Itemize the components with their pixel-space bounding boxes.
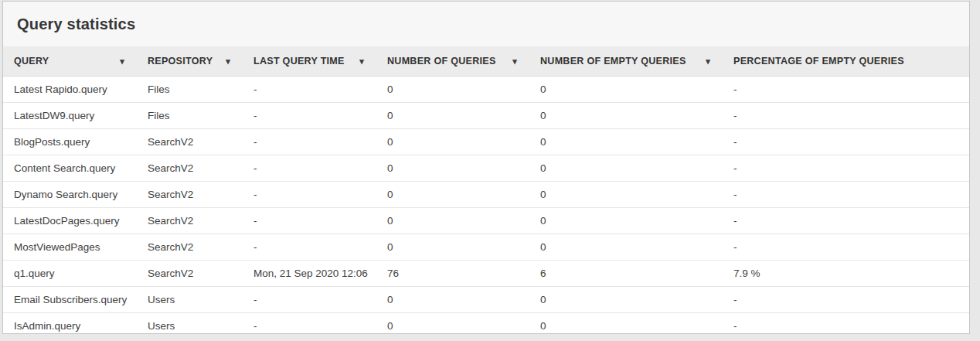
table-row: Email Subscribers.queryUsers-00-: [3, 286, 969, 312]
table-row: q1.querySearchV2Mon, 21 Sep 2020 12:0676…: [3, 260, 969, 286]
cell-query: BlogPosts.query: [3, 128, 148, 155]
cell-percentage-of-empty-queries: -: [733, 286, 909, 312]
row-spacer: [909, 207, 969, 234]
page-title: Query statistics: [17, 15, 135, 33]
cell-number-of-empty-queries: 0: [540, 128, 733, 155]
column-header-label: QUERY: [14, 56, 49, 66]
cell-number-of-queries: 0: [387, 207, 540, 234]
row-spacer: [909, 234, 969, 260]
cell-number-of-queries: 0: [387, 312, 540, 334]
table-header-row: QUERY ▾ REPOSITORY ▾ LAST QUERY TIME ▾: [3, 46, 969, 76]
column-header-number-of-empty-queries[interactable]: NUMBER OF EMPTY QUERIES ▾: [540, 46, 733, 76]
row-spacer: [909, 76, 969, 102]
cell-repository: SearchV2: [148, 155, 254, 181]
cell-last-query-time: -: [254, 155, 387, 181]
cell-number-of-empty-queries: 0: [540, 181, 733, 207]
cell-repository: SearchV2: [148, 181, 254, 207]
row-spacer: [909, 181, 969, 207]
cell-percentage-of-empty-queries: 7.9 %: [733, 260, 909, 286]
cell-repository: SearchV2: [148, 207, 254, 234]
column-header-label: PERCENTAGE OF EMPTY QUERIES: [733, 56, 904, 66]
column-header-repository[interactable]: REPOSITORY ▾: [148, 46, 254, 76]
cell-repository: SearchV2: [148, 128, 254, 155]
table-row: Latest Rapido.queryFiles-00-: [3, 76, 969, 102]
cell-percentage-of-empty-queries: -: [733, 128, 909, 155]
cell-repository: SearchV2: [148, 234, 254, 260]
cell-last-query-time: -: [254, 181, 387, 207]
cell-last-query-time: -: [254, 312, 387, 334]
column-header-label: NUMBER OF EMPTY QUERIES: [540, 56, 686, 66]
column-header-number-of-queries[interactable]: NUMBER OF QUERIES ▾: [387, 46, 540, 76]
cell-number-of-queries: 0: [387, 234, 540, 260]
column-header-label: REPOSITORY: [148, 56, 213, 66]
cell-number-of-queries: 0: [387, 102, 540, 128]
cell-last-query-time: -: [254, 102, 387, 128]
cell-number-of-empty-queries: 0: [540, 207, 733, 234]
cell-percentage-of-empty-queries: -: [733, 102, 909, 128]
table-row: MostViewedPagesSearchV2-00-: [3, 234, 969, 260]
cell-number-of-queries: 0: [387, 181, 540, 207]
column-header-percentage-of-empty-queries[interactable]: PERCENTAGE OF EMPTY QUERIES ▾: [733, 46, 909, 76]
cell-last-query-time: -: [254, 286, 387, 312]
cell-number-of-queries: 0: [387, 128, 540, 155]
table-row: Content Search.querySearchV2-00-: [3, 155, 969, 181]
cell-number-of-empty-queries: 0: [540, 76, 733, 102]
cell-query: MostViewedPages: [3, 234, 148, 260]
cell-repository: Files: [148, 76, 254, 102]
row-spacer: [909, 312, 969, 334]
row-spacer: [909, 260, 969, 286]
sort-dropdown-icon[interactable]: ▾: [512, 57, 517, 66]
cell-query: q1.query: [3, 260, 148, 286]
cell-last-query-time: -: [254, 207, 387, 234]
row-spacer: [909, 128, 969, 155]
header-spacer: [909, 46, 969, 76]
cell-number-of-empty-queries: 0: [540, 286, 733, 312]
cell-percentage-of-empty-queries: -: [733, 76, 909, 102]
sort-dropdown-icon[interactable]: ▾: [706, 57, 710, 66]
column-header-label: LAST QUERY TIME: [254, 56, 345, 66]
row-spacer: [909, 155, 969, 181]
cell-repository: Files: [148, 102, 254, 128]
sort-dropdown-icon[interactable]: ▾: [226, 57, 230, 66]
column-header-query[interactable]: QUERY ▾: [3, 46, 148, 76]
cell-number-of-queries: 0: [387, 76, 540, 102]
cell-query: Dynamo Search.query: [3, 181, 148, 207]
cell-repository: SearchV2: [148, 260, 254, 286]
cell-percentage-of-empty-queries: -: [733, 234, 909, 260]
cell-number-of-queries: 0: [387, 155, 540, 181]
cell-number-of-queries: 76: [387, 260, 540, 286]
cell-number-of-empty-queries: 0: [540, 102, 733, 128]
cell-repository: Users: [148, 312, 254, 334]
query-statistics-panel: Query statistics QUERY ▾ REPOSITORY ▾: [2, 1, 970, 334]
query-statistics-table: QUERY ▾ REPOSITORY ▾ LAST QUERY TIME ▾: [3, 46, 969, 334]
cell-query: LatestDocPages.query: [3, 207, 148, 234]
cell-number-of-empty-queries: 0: [540, 312, 733, 334]
row-spacer: [909, 286, 969, 312]
column-header-last-query-time[interactable]: LAST QUERY TIME ▾: [254, 46, 387, 76]
cell-number-of-empty-queries: 6: [540, 260, 733, 286]
cell-percentage-of-empty-queries: -: [733, 155, 909, 181]
table-row: IsAdmin.queryUsers-00-: [3, 312, 969, 334]
cell-last-query-time: -: [254, 76, 387, 102]
cell-query: Latest Rapido.query: [3, 76, 148, 102]
table-row: Dynamo Search.querySearchV2-00-: [3, 181, 969, 207]
cell-number-of-empty-queries: 0: [540, 234, 733, 260]
table-row: LatestDocPages.querySearchV2-00-: [3, 207, 969, 234]
cell-query: IsAdmin.query: [3, 312, 148, 334]
cell-query: LatestDW9.query: [3, 102, 148, 128]
cell-last-query-time: -: [254, 234, 387, 260]
panel-title-band: Query statistics: [3, 2, 969, 46]
row-spacer: [909, 102, 969, 128]
cell-last-query-time: Mon, 21 Sep 2020 12:06: [254, 260, 387, 286]
sort-dropdown-icon[interactable]: ▾: [359, 57, 364, 66]
table-row: BlogPosts.querySearchV2-00-: [3, 128, 969, 155]
column-header-label: NUMBER OF QUERIES: [387, 56, 496, 66]
cell-repository: Users: [148, 286, 254, 312]
sort-dropdown-icon[interactable]: ▾: [120, 57, 124, 66]
cell-percentage-of-empty-queries: -: [733, 181, 909, 207]
cell-query: Email Subscribers.query: [3, 286, 148, 312]
cell-percentage-of-empty-queries: -: [733, 207, 909, 234]
cell-last-query-time: -: [254, 128, 387, 155]
cell-number-of-empty-queries: 0: [540, 155, 733, 181]
cell-percentage-of-empty-queries: -: [733, 312, 909, 334]
